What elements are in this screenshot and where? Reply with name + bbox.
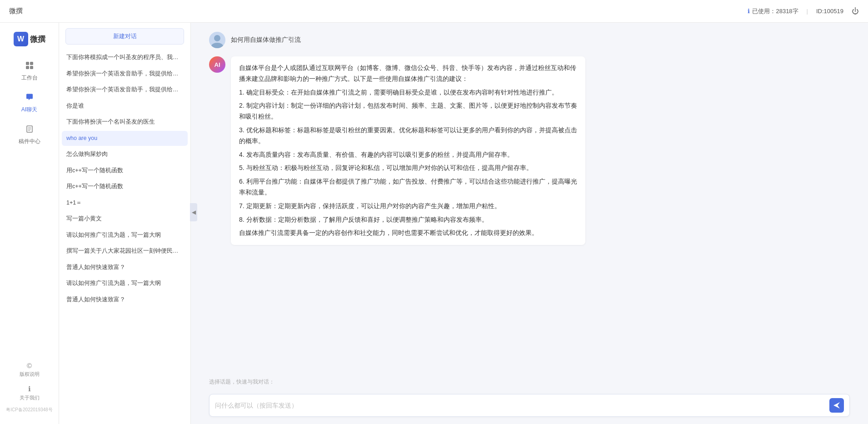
usage-text: 已使用：28318字: [752, 7, 798, 15]
user-avatar: [209, 32, 225, 48]
logo-text: 微撰: [30, 34, 45, 45]
ai-avatar: AI: [209, 56, 225, 73]
sidebar-item-drafts[interactable]: 稿件中心: [0, 119, 59, 151]
ai-message-row: AI 自媒体平台是个人或团队通过互联网平台（如博客、微博、微信公众号、抖音、快手…: [209, 56, 850, 245]
history-item[interactable]: who are you: [62, 131, 188, 146]
chat-area: 如何用自媒体做推广引流 AI 自媒体平台是个人或团队通过互联网平台（如博客、微博…: [191, 23, 868, 424]
ai-chat-label: AI聊天: [21, 106, 37, 114]
user-id: ID:100519: [816, 8, 843, 15]
ai-para-3: 3. 优化标题和标签：标题和标签是吸引粉丝的重要因素。优化标题和标签可以让更多的…: [239, 125, 577, 147]
logo-area: W 微撰: [14, 27, 45, 55]
chat-messages: 如何用自媒体做推广引流 AI 自媒体平台是个人或团队通过互联网平台（如博客、微博…: [191, 23, 868, 374]
about-label: 关于我们: [20, 394, 40, 401]
power-icon[interactable]: ⏻: [852, 7, 859, 15]
topbar-separator: |: [807, 8, 808, 15]
topbar-right: ℹ 已使用：28318字 | ID:100519 ⏻: [748, 7, 859, 15]
copyright-icon: ©: [27, 362, 32, 369]
history-item[interactable]: 撰写一篇关于八大家花园社区一刻钟便民生...: [62, 244, 188, 259]
history-item[interactable]: 普通人如何快速致富？: [62, 292, 188, 308]
svg-rect-3: [30, 66, 33, 69]
ai-chat-icon: [25, 93, 34, 104]
ai-para-2: 2. 制定内容计划：制定一份详细的内容计划，包括发布时间、频率、主题、文案、图片…: [239, 100, 577, 122]
new-chat-button[interactable]: 新建对话: [65, 28, 184, 45]
history-item[interactable]: 普通人如何快速致富？: [62, 260, 188, 275]
history-item[interactable]: 希望你扮演一个英语发音助手，我提供给你...: [62, 82, 188, 98]
ai-para-4: 4. 发布高质量内容：发布高质量、有价值、有趣的内容可以吸引更多的粉丝，并提高用…: [239, 150, 577, 160]
history-item[interactable]: 下面你将扮演一个名叫圣友的医生: [62, 115, 188, 130]
history-item[interactable]: 下面你将模拟成一个叫圣友的程序员、我说...: [62, 50, 188, 65]
send-button[interactable]: [829, 398, 844, 413]
copyright-label: 版权说明: [20, 371, 40, 378]
usage-icon: ℹ: [748, 8, 750, 15]
about-icon: ℹ: [28, 385, 31, 393]
history-item[interactable]: 请以如何推广引流为题，写一篇大纲: [62, 228, 188, 243]
svg-rect-0: [26, 62, 29, 65]
topbar: 微撰 ℹ 已使用：28318字 | ID:100519 ⏻: [0, 0, 868, 23]
ai-para-5: 5. 与粉丝互动：积极与粉丝互动，回复评论和私信，可以增加用户对你的认可和信任，…: [239, 163, 577, 174]
history-item[interactable]: 用c++写一个随机函数: [62, 163, 188, 179]
history-item[interactable]: 请以如何推广引流为题，写一篇大纲: [62, 276, 188, 291]
sidebar-item-ai-chat[interactable]: AI聊天: [0, 87, 59, 119]
icp-text: 粤ICP备2022019348号: [0, 405, 59, 415]
collapse-sidebar-button[interactable]: ◀: [190, 203, 197, 221]
suggestions-label: 选择话题，快速与我对话：: [209, 378, 850, 386]
suggestions-area: 选择话题，快速与我对话：: [191, 374, 868, 390]
history-item[interactable]: 写一篇小黄文: [62, 211, 188, 227]
sidebar-item-workbench[interactable]: 工作台: [0, 55, 59, 87]
ai-para-8: 8. 分析数据：定期分析数据，了解用户反馈和喜好，以便调整推广策略和内容发布频率…: [239, 214, 577, 225]
drafts-label: 稿件中心: [19, 138, 40, 145]
history-list: 下面你将模拟成一个叫圣友的程序员、我说...希望你扮演一个英语发音助手，我提供给…: [59, 50, 190, 424]
history-item[interactable]: 你是谁: [62, 99, 188, 114]
nav-bottom: © 版权说明 ℹ 关于我们 粤ICP备2022019348号: [0, 358, 59, 419]
ai-para-7: 7. 定期更新：定期更新内容，保持活跃度，可以让用户对你的内容产生兴趣，增加用户…: [239, 201, 577, 212]
history-sidebar: 新建对话 下面你将模拟成一个叫圣友的程序员、我说...希望你扮演一个英语发音助手…: [59, 23, 191, 424]
svg-rect-2: [26, 66, 29, 69]
sidebar-item-copyright[interactable]: © 版权说明: [0, 358, 59, 381]
svg-point-5: [211, 43, 223, 48]
ai-para-6: 6. 利用平台推广功能：自媒体平台都提供了推广功能，如广告投放、付费推广等，可以…: [239, 176, 577, 198]
left-nav: W 微撰 工作台 AI聊天 稿件中心: [0, 23, 59, 424]
ai-para-1: 1. 确定目标受众：在开始自媒体推广引流之前，需要明确目标受众是谁，以便在发布内…: [239, 87, 577, 98]
history-item[interactable]: 怎么做狗屎炒肉: [62, 147, 188, 162]
chat-input[interactable]: [215, 397, 829, 414]
ai-message-text: 自媒体平台是个人或团队通过互联网平台（如博客、微博、微信公众号、抖音、快手等）发…: [231, 56, 585, 245]
drafts-icon: [25, 125, 34, 136]
nav-items: 工作台 AI聊天 稿件中心: [0, 55, 59, 358]
ai-para-9: 自媒体推广引流需要具备一定的内容创作和社交能力，同时也需要不断尝试和优化，才能取…: [239, 228, 577, 239]
input-area: [191, 390, 868, 424]
sidebar-item-about[interactable]: ℹ 关于我们: [0, 381, 59, 405]
svg-rect-1: [30, 62, 33, 65]
main-layout: W 微撰 工作台 AI聊天 稿件中心: [0, 23, 868, 424]
history-item[interactable]: 希望你扮演一个英语发音助手，我提供给你...: [62, 66, 188, 82]
workbench-icon: [25, 61, 34, 72]
ai-para-0: 自媒体平台是个人或团队通过互联网平台（如博客、微博、微信公众号、抖音、快手等）发…: [239, 63, 577, 85]
history-item[interactable]: 1+1＝: [62, 195, 188, 211]
history-item[interactable]: 用c++写一个随机函数: [62, 179, 188, 195]
user-message-text: 如何用自媒体做推广引流: [231, 32, 301, 45]
usage-info: ℹ 已使用：28318字: [748, 7, 798, 15]
input-box: [209, 394, 850, 417]
workbench-label: 工作台: [21, 74, 38, 82]
user-message-row: 如何用自媒体做推广引流: [209, 32, 850, 48]
topbar-title: 微撰: [9, 7, 23, 15]
logo-w-icon: W: [14, 32, 28, 46]
svg-point-4: [214, 35, 220, 41]
